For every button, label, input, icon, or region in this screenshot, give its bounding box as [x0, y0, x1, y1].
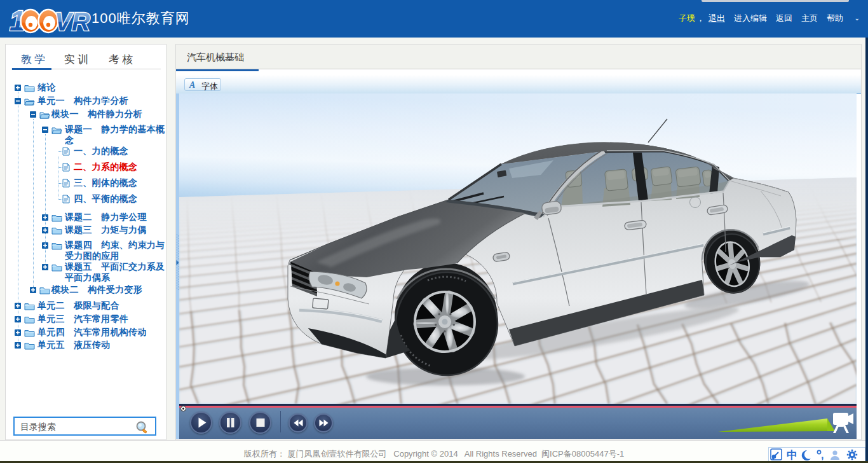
svg-text:中: 中	[787, 449, 797, 461]
svg-text:VR: VR	[55, 8, 90, 34]
svg-text:,: ,	[821, 450, 824, 460]
